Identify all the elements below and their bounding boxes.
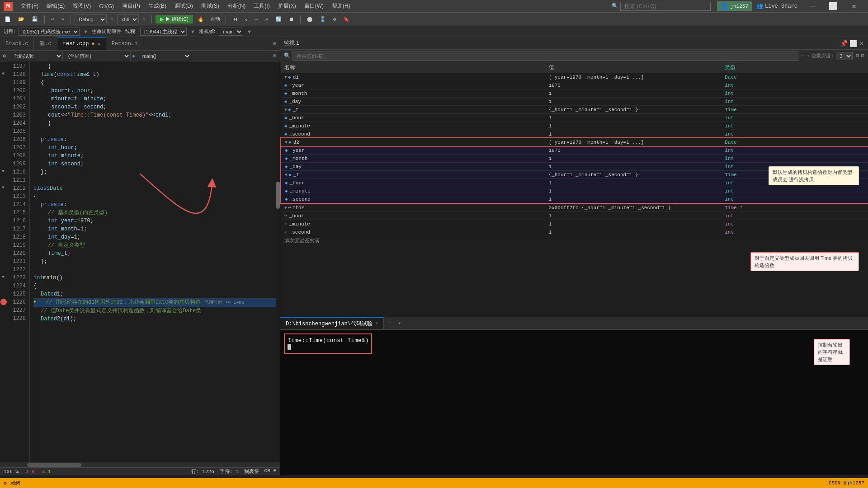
code-content[interactable]: } Time(const Time& t) { _hour = t._hour;…: [30, 61, 280, 462]
watch-row-this[interactable]: ▼↩this 0x00cff7fc {_hour=1 _minute=1 _se…: [281, 203, 868, 212]
threads-button[interactable]: 🧵: [317, 15, 329, 23]
watch-table[interactable]: 名称 值 类型 ▼◆d1 {_year=1970 _month=1 _day=1…: [280, 62, 868, 317]
profile-name[interactable]: jh1257: [730, 4, 748, 9]
menu-debug[interactable]: 调试(D): [171, 1, 197, 11]
terminal-add-button[interactable]: +: [384, 317, 394, 329]
undo-button[interactable]: ↩: [48, 15, 57, 23]
platform-select[interactable]: x86 x64: [117, 14, 139, 24]
step-out-button[interactable]: ↗: [262, 15, 271, 23]
terminal-tab-main[interactable]: D:\bisnchengwenjian\代码试验 ×: [280, 317, 384, 329]
expand-d2[interactable]: ▼: [285, 140, 288, 145]
status-csdn: CSDN @jh1257: [829, 480, 864, 486]
bookmark-button[interactable]: 🔖: [340, 15, 352, 23]
nav-prev-icon[interactable]: ←: [801, 53, 804, 59]
new-file-button[interactable]: 📄: [2, 15, 14, 23]
code-line-1201: _minute = t._minute;: [33, 95, 276, 103]
stop-button[interactable]: ⏹: [286, 15, 297, 23]
debug-mode-select[interactable]: Debug Release: [75, 14, 107, 24]
continue-button[interactable]: ▶ ▶ 继续(C): [156, 15, 193, 23]
thread-select[interactable]: [19944] 主线程: [140, 28, 187, 36]
top-search-input[interactable]: [620, 2, 711, 11]
add-watch-row[interactable]: 添加要监视的项: [281, 236, 868, 245]
menu-test[interactable]: 测试(S): [198, 1, 223, 11]
code-line-1210: };: [33, 168, 276, 176]
thread-arrow: ▼: [190, 29, 195, 34]
menu-project[interactable]: 项目(P): [118, 1, 144, 11]
tab-close-test[interactable]: ✕: [98, 41, 100, 47]
close-button[interactable]: ✕: [844, 0, 864, 13]
terminal-body[interactable]: Time::Time(const Time&) 控制台输出的字符串就是证明: [280, 330, 868, 475]
menu-bar: M 文件(F) 编辑(E) 视图(V) Git(G) 项目(P) 生成(B) 调…: [0, 0, 868, 13]
h-scroll-thumb[interactable]: [27, 463, 81, 467]
expand-d1[interactable]: ▼: [284, 75, 287, 80]
this-value: 0x00cff7fc {_hour=1 _minute=1 _second=1 …: [545, 203, 722, 212]
more-tools-button[interactable]: ⚙: [330, 15, 339, 23]
terminal-output-text: Time::Time(const Time&): [288, 337, 368, 344]
hot-reload-button[interactable]: 🔥: [195, 15, 207, 23]
process-select[interactable]: [20652] 代码试验.exe: [19, 28, 80, 36]
terminal-tab-close[interactable]: ×: [375, 321, 378, 326]
open-folder-button[interactable]: 📂: [15, 15, 27, 23]
watch-row-d1-t-minute: ◆_minute 1 int: [281, 122, 868, 130]
profile-icon: 👤: [721, 2, 728, 10]
menu-analyze[interactable]: 分析(N): [224, 1, 250, 11]
expand-this[interactable]: ▼: [284, 206, 287, 211]
watch-row-d1-t[interactable]: ▼◆_t {_hour=1 _minute=1 _second=1 } Time: [281, 106, 868, 114]
expand-all-icon[interactable]: ⊞: [861, 52, 864, 59]
redo-button[interactable]: ↪: [59, 15, 67, 23]
minimize-button[interactable]: —: [802, 0, 823, 13]
menu-edit[interactable]: 编辑(E): [43, 1, 68, 11]
menu-git[interactable]: Git(G): [95, 2, 118, 10]
step-into-button[interactable]: ↘: [242, 15, 250, 23]
watch-row-d2[interactable]: ▼◆d2 {_year=1970 _month=1 _day=1 ...} Da…: [281, 138, 868, 146]
gutter-1197: [0, 61, 7, 70]
menu-extend[interactable]: 扩展(X): [274, 1, 300, 11]
horizontal-scrollbar[interactable]: [0, 462, 280, 467]
restart-button[interactable]: 🔄: [273, 15, 284, 23]
gutter-1207: [0, 143, 7, 151]
maximize-button[interactable]: ⬜: [823, 0, 844, 13]
menu-help[interactable]: 帮助(H): [328, 1, 354, 11]
editor-scrollbar[interactable]: [276, 61, 280, 462]
nav-next-icon[interactable]: →: [806, 53, 809, 59]
live-share-area[interactable]: 👥 Live Share: [756, 3, 797, 9]
project-select[interactable]: 代码试验: [9, 51, 63, 61]
close-panel-icon[interactable]: ✕: [859, 40, 864, 47]
menu-file[interactable]: 文件(F): [17, 1, 42, 11]
tab-source[interactable]: 源.c: [34, 37, 57, 50]
pin-icon[interactable]: 📌: [840, 40, 848, 47]
collapse-all-icon[interactable]: ⊟: [856, 52, 859, 59]
watch-search-input[interactable]: [292, 52, 799, 61]
tab-label-stack: Stack.c: [5, 41, 28, 47]
tab-stack[interactable]: Stack.c: [0, 37, 34, 50]
step-over-back-button[interactable]: ⏮: [230, 15, 240, 23]
menu-build[interactable]: 生成(B): [145, 1, 170, 11]
tab-settings-button[interactable]: ⚙: [269, 37, 280, 50]
depth-select[interactable]: 3 1 2 5: [836, 52, 853, 60]
tab-person[interactable]: Person.h: [106, 37, 144, 50]
gutter-1215: [0, 208, 7, 216]
expand-d2-t[interactable]: ▼: [285, 173, 288, 178]
menu-view[interactable]: 视图(V): [69, 1, 94, 11]
scope-select[interactable]: (全局范围): [63, 51, 131, 61]
play-icon: ▶: [160, 16, 164, 22]
menu-window[interactable]: 窗口(W): [301, 1, 327, 11]
function-select[interactable]: main(): [137, 51, 191, 61]
menu-tools[interactable]: 工具(I): [250, 1, 273, 11]
d1-t-second-name: _second: [289, 131, 310, 137]
terminal-dropdown-arrow[interactable]: ▾: [394, 317, 405, 329]
d2-month-type: int: [721, 155, 868, 163]
d2-value: {_year=1970 _month=1 _day=1 ...}: [545, 138, 722, 146]
code-editor[interactable]: ▼ ▼ ▼: [0, 61, 280, 462]
code-line-1223: int main(): [33, 274, 276, 282]
watch-row-d1[interactable]: ▼◆d1 {_year=1970 _month=1 _day=1 ...} Da…: [281, 73, 868, 81]
expand-d1-t[interactable]: ▼: [284, 108, 287, 113]
save-button[interactable]: 💾: [29, 15, 41, 23]
settings-button[interactable]: ⚙: [269, 52, 280, 59]
step-over-button[interactable]: →: [252, 16, 261, 23]
tab-test[interactable]: test.cpp ● ✕: [57, 37, 106, 50]
editor-thumb[interactable]: [276, 182, 280, 209]
breakpoint-button[interactable]: ⬤: [304, 15, 315, 23]
stack-select[interactable]: main: [219, 28, 243, 36]
float-icon[interactable]: ⬜: [849, 40, 857, 47]
